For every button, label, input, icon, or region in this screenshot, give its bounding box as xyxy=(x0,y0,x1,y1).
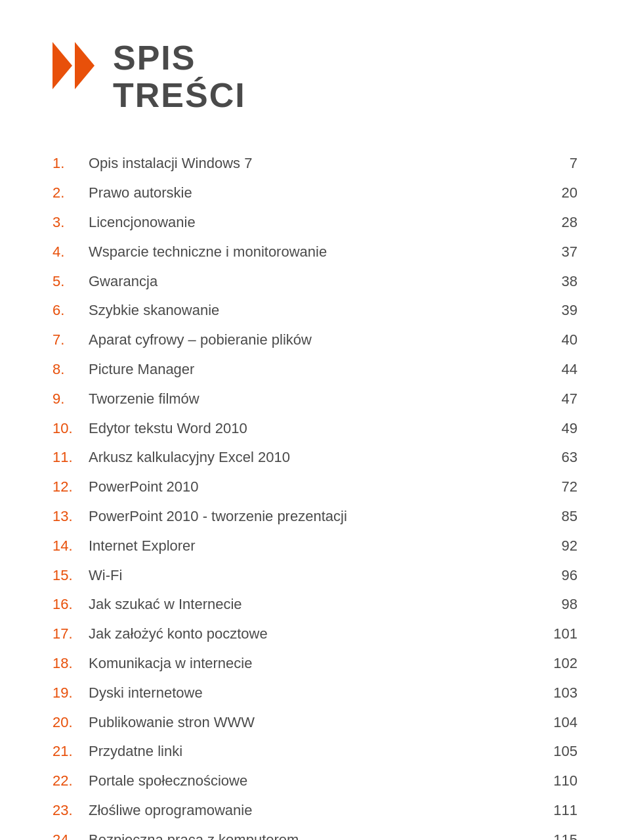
toc-page-number: 7 xyxy=(538,154,578,174)
toc-page-number: 20 xyxy=(538,183,578,203)
toc-page-number: 37 xyxy=(538,242,578,262)
toc-page-number: 102 xyxy=(538,654,578,674)
toc-entry: 4.Wsparcie techniczne i monitorowanie37 xyxy=(52,242,578,262)
toc-page-number: 98 xyxy=(538,595,578,615)
toc-number: 21. xyxy=(52,742,89,762)
toc-number: 13. xyxy=(52,507,89,527)
toc-number: 5. xyxy=(52,272,89,292)
toc-page-number: 63 xyxy=(538,448,578,468)
toc-number: 7. xyxy=(52,330,89,350)
toc-text: Licencjonowanie xyxy=(89,213,538,233)
toc-entry: 8.Picture Manager44 xyxy=(52,360,578,380)
toc-text: Wsparcie techniczne i monitorowanie xyxy=(89,242,538,262)
toc-number: 9. xyxy=(52,389,89,410)
toc-number: 24. xyxy=(52,830,89,840)
toc-entry: 16.Jak szukać w Internecie98 xyxy=(52,595,578,615)
toc-entry: 11.Arkusz kalkulacyjny Excel 201063 xyxy=(52,448,578,468)
toc-page-number: 92 xyxy=(538,536,578,556)
toc-page-number: 104 xyxy=(538,713,578,733)
chevrons-icon xyxy=(52,42,94,89)
toc-text: Jak szukać w Internecie xyxy=(89,595,538,615)
toc-number: 22. xyxy=(52,771,89,791)
toc-entry: 17.Jak założyć konto pocztowe101 xyxy=(52,624,578,644)
toc-number: 20. xyxy=(52,713,89,733)
toc-entry: 2.Prawo autorskie20 xyxy=(52,183,578,203)
toc-entry: 21.Przydatne linki105 xyxy=(52,742,578,762)
toc-number: 16. xyxy=(52,595,89,615)
toc-text: Złośliwe oprogramowanie xyxy=(89,801,538,821)
toc-entry: 22.Portale społecznościowe110 xyxy=(52,771,578,791)
toc-text: Przydatne linki xyxy=(89,742,538,762)
toc-number: 6. xyxy=(52,301,89,321)
toc-page-number: 72 xyxy=(538,477,578,497)
toc-entry: 6.Szybkie skanowanie39 xyxy=(52,301,578,321)
toc-entry: 15.Wi-Fi96 xyxy=(52,566,578,586)
toc-number: 17. xyxy=(52,624,89,644)
toc-number: 23. xyxy=(52,801,89,821)
toc-page-number: 28 xyxy=(538,213,578,233)
title-spis: SPIS xyxy=(113,39,246,77)
toc-text: Komunikacja w internecie xyxy=(89,654,538,674)
toc-page-number: 103 xyxy=(538,683,578,704)
toc-entry: 3.Licencjonowanie28 xyxy=(52,213,578,233)
toc-page-number: 110 xyxy=(538,771,578,791)
toc-text: PowerPoint 2010 xyxy=(89,477,538,497)
toc-text: Picture Manager xyxy=(89,360,538,380)
toc-page-number: 44 xyxy=(538,360,578,380)
toc-number: 8. xyxy=(52,360,89,380)
toc-text: Opis instalacji Windows 7 xyxy=(89,154,538,174)
toc-number: 2. xyxy=(52,183,89,203)
toc-entry: 23.Złośliwe oprogramowanie111 xyxy=(52,801,578,821)
toc-number: 19. xyxy=(52,683,89,704)
title-tresci: TREŚCI xyxy=(113,77,246,114)
toc-number: 10. xyxy=(52,419,89,439)
toc-number: 4. xyxy=(52,242,89,262)
toc-text: Dyski internetowe xyxy=(89,683,538,704)
toc-number: 3. xyxy=(52,213,89,233)
toc-entry: 9.Tworzenie filmów47 xyxy=(52,389,578,410)
toc-page-number: 38 xyxy=(538,272,578,292)
toc-entry: 24.Bezpieczna praca z komputerem115 xyxy=(52,830,578,840)
toc-text: Bezpieczna praca z komputerem xyxy=(89,830,538,840)
toc-entry: 10.Edytor tekstu Word 201049 xyxy=(52,419,578,439)
toc-page-number: 105 xyxy=(538,742,578,762)
toc-page-number: 49 xyxy=(538,419,578,439)
toc-page-number: 96 xyxy=(538,566,578,586)
toc-text: Tworzenie filmów xyxy=(89,389,538,410)
toc-page-number: 115 xyxy=(538,830,578,840)
toc-entry: 5.Gwarancja38 xyxy=(52,272,578,292)
toc-page-number: 39 xyxy=(538,301,578,321)
toc-number: 14. xyxy=(52,536,89,556)
table-of-contents: 1.Opis instalacji Windows 772.Prawo auto… xyxy=(52,154,578,840)
chevron-right-icon xyxy=(75,42,94,89)
toc-number: 11. xyxy=(52,448,89,468)
toc-text: Internet Explorer xyxy=(89,536,538,556)
toc-number: 18. xyxy=(52,654,89,674)
toc-text: Aparat cyfrowy – pobieranie plików xyxy=(89,330,538,350)
toc-page-number: 47 xyxy=(538,389,578,410)
toc-text: PowerPoint 2010 - tworzenie prezentacji xyxy=(89,507,538,527)
toc-number: 1. xyxy=(52,154,89,174)
toc-entry: 1.Opis instalacji Windows 77 xyxy=(52,154,578,174)
page-title: SPIS TREŚCI xyxy=(113,39,246,114)
toc-text: Publikowanie stron WWW xyxy=(89,713,538,733)
toc-page-number: 40 xyxy=(538,330,578,350)
toc-entry: 19.Dyski internetowe103 xyxy=(52,683,578,704)
toc-text: Prawo autorskie xyxy=(89,183,538,203)
toc-entry: 20.Publikowanie stron WWW104 xyxy=(52,713,578,733)
toc-entry: 13.PowerPoint 2010 - tworzenie prezentac… xyxy=(52,507,578,527)
toc-text: Jak założyć konto pocztowe xyxy=(89,624,538,644)
toc-page-number: 101 xyxy=(538,624,578,644)
toc-number: 12. xyxy=(52,477,89,497)
toc-entry: 14.Internet Explorer92 xyxy=(52,536,578,556)
toc-text: Gwarancja xyxy=(89,272,538,292)
toc-entry: 7.Aparat cyfrowy – pobieranie plików40 xyxy=(52,330,578,350)
page-header: SPIS TREŚCI xyxy=(52,39,578,114)
toc-entry: 12.PowerPoint 201072 xyxy=(52,477,578,497)
toc-page-number: 111 xyxy=(538,801,578,821)
chevron-left-icon xyxy=(52,42,72,89)
toc-number: 15. xyxy=(52,566,89,586)
toc-page-number: 85 xyxy=(538,507,578,527)
toc-text: Wi-Fi xyxy=(89,566,538,586)
toc-text: Portale społecznościowe xyxy=(89,771,538,791)
